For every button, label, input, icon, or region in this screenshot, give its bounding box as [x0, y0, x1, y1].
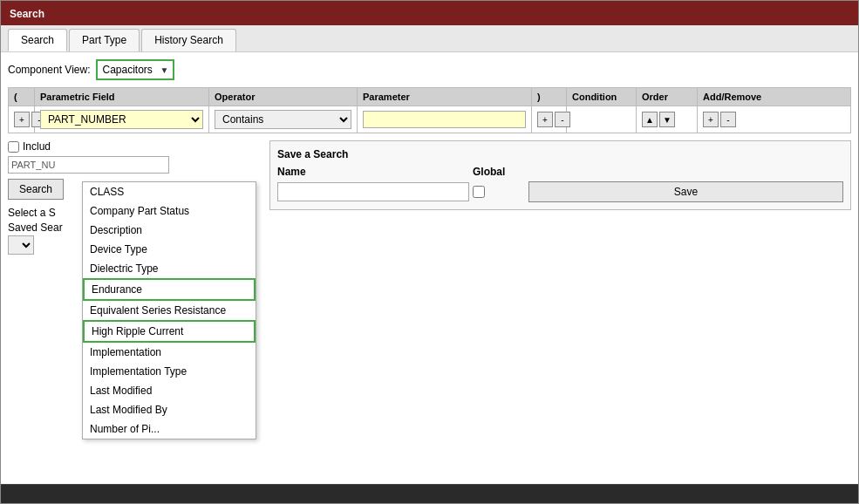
remove-row-button[interactable]: -: [720, 112, 736, 127]
cell-paren-open: + -: [9, 106, 35, 133]
save-name-label: Name: [277, 166, 469, 178]
right-panel: Save a Search Name Global Save: [269, 140, 851, 255]
dropdown-item-class[interactable]: CLASS: [83, 182, 256, 201]
col-parameter: Parameter: [358, 88, 532, 106]
dropdown-item-device-type[interactable]: Device Type: [83, 240, 256, 259]
include-checkbox[interactable]: [8, 141, 19, 153]
save-name-input[interactable]: [277, 182, 469, 201]
save-search-title: Save a Search: [277, 148, 843, 160]
save-button[interactable]: Save: [528, 181, 843, 202]
col-paren-close: ): [532, 88, 567, 106]
dropdown-item-last-modified-by[interactable]: Last Modified By: [83, 400, 256, 419]
cell-order: ▲ ▼: [637, 106, 698, 133]
dropdown-item-implementation[interactable]: Implementation: [83, 343, 256, 362]
parameter-input[interactable]: [363, 111, 526, 128]
tab-history-search[interactable]: History Search: [141, 29, 236, 51]
parametric-field-select[interactable]: PART_NUMBER CLASS Description Endurance …: [40, 110, 203, 129]
order-up-button[interactable]: ▲: [642, 112, 658, 127]
add-remove-btn-group: + -: [703, 112, 736, 127]
operator-select[interactable]: Contains Equals Starts With: [215, 110, 351, 129]
tab-bar: Search Part Type History Search: [1, 25, 858, 52]
part-num-box: PART_NU: [8, 156, 169, 174]
add-paren-button[interactable]: +: [14, 112, 30, 127]
component-view-row: Component View: Capacitors Resistors Ind…: [8, 59, 851, 80]
col-order: Order: [637, 88, 698, 106]
content-area: Component View: Capacitors Resistors Ind…: [1, 52, 858, 484]
tab-part-type[interactable]: Part Type: [69, 29, 140, 51]
saved-searches-dropdown[interactable]: [8, 235, 34, 255]
tab-search[interactable]: Search: [8, 29, 67, 51]
component-view-select-wrapper: Capacitors Resistors Inductors ▼: [96, 59, 174, 80]
title-bar: Search: [1, 1, 858, 25]
dropdown-item-endurance[interactable]: Endurance: [83, 278, 256, 301]
save-global-checkbox[interactable]: [473, 186, 485, 198]
dropdown-item-dielectric-type[interactable]: Dielectric Type: [83, 259, 256, 278]
parametric-dropdown: CLASS Company Part Status Description De…: [82, 181, 256, 439]
component-view-select[interactable]: Capacitors Resistors Inductors: [98, 61, 173, 78]
save-global-label: Global: [473, 166, 525, 178]
cell-add-remove: + -: [698, 106, 767, 133]
table-row: + - PART_NUMBER CLASS Description Endura…: [8, 106, 851, 133]
col-paren-open: (: [9, 88, 35, 106]
save-search-grid: Name Global Save: [277, 166, 843, 202]
col-condition: Condition: [567, 88, 637, 106]
cell-paren-close: + -: [532, 106, 567, 133]
col-operator: Operator: [209, 88, 358, 106]
cell-parameter: [358, 106, 532, 133]
col-add-remove: Add/Remove: [698, 88, 767, 106]
add-row-button[interactable]: +: [703, 112, 719, 127]
dropdown-item-equivalent-series-resistance[interactable]: Equivalent Series Resistance: [83, 301, 256, 320]
close-paren-btn-group: + -: [537, 112, 570, 127]
window-title: Search: [10, 8, 44, 20]
component-view-label: Component View:: [8, 64, 91, 76]
add-close-paren-button[interactable]: +: [537, 112, 553, 127]
include-row: Includ: [8, 140, 261, 153]
table-header: ( Parametric Field Operator Parameter ) …: [8, 87, 851, 106]
dropdown-item-implementation-type[interactable]: Implementation Type: [83, 362, 256, 381]
save-search-box: Save a Search Name Global Save: [269, 140, 851, 210]
main-window: Search Search Part Type History Search C…: [0, 0, 859, 504]
dropdown-item-description[interactable]: Description: [83, 221, 256, 240]
bottom-bar: [1, 484, 858, 503]
cell-operator: Contains Equals Starts With: [209, 106, 358, 133]
dropdown-item-company-part-status[interactable]: Company Part Status: [83, 201, 256, 221]
dropdown-item-high-ripple-current[interactable]: High Ripple Current: [83, 320, 256, 343]
order-btn-group: ▲ ▼: [642, 112, 675, 127]
cell-parametric-field: PART_NUMBER CLASS Description Endurance …: [35, 106, 209, 133]
col-parametric-field: Parametric Field: [35, 88, 209, 106]
dropdown-item-last-modified[interactable]: Last Modified: [83, 381, 256, 400]
order-down-button[interactable]: ▼: [659, 112, 675, 127]
include-label: Includ: [23, 140, 51, 153]
cell-condition: [567, 106, 637, 133]
dropdown-item-number-of-pins[interactable]: Number of Pi...: [83, 419, 256, 439]
search-button[interactable]: Search: [8, 179, 64, 200]
